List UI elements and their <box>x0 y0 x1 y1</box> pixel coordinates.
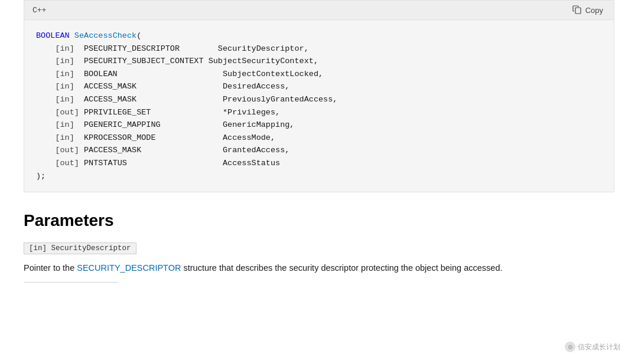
code-line-6: [in] ACCESS_MASK PreviouslyGrantedAccess… <box>36 93 602 106</box>
code-block-wrapper: C++ Copy BOOLEAN SeAccessCheck( [in] PSE… <box>24 0 614 192</box>
code-line-11: [out] PNTSTATUS AccessStatus <box>36 157 602 170</box>
section-divider <box>24 282 118 283</box>
security-descriptor-link[interactable]: SECURITY_DESCRIPTOR <box>77 263 181 273</box>
code-line-5: [in] ACCESS_MASK DesiredAccess, <box>36 80 602 93</box>
watermark-text: 信安成长计划 <box>578 342 620 352</box>
code-line-1: BOOLEAN SeAccessCheck( <box>36 29 602 42</box>
code-language-label: C++ <box>32 6 46 15</box>
parameters-section: Parameters [in] SecurityDescriptor Point… <box>24 211 614 294</box>
code-line-4: [in] BOOLEAN SubjectContextLocked, <box>36 68 602 81</box>
code-line-9: [in] KPROCESSOR_MODE AccessMode, <box>36 132 602 145</box>
description-after-link: structure that describes the security de… <box>181 263 502 273</box>
param-tag: [in] SecurityDescriptor <box>24 242 136 254</box>
code-line-10: [out] PACCESS_MASK GrantedAccess, <box>36 144 602 157</box>
function-name: SeAccessCheck <box>74 31 136 40</box>
svg-rect-0 <box>575 8 581 14</box>
keyword-boolean: BOOLEAN <box>36 31 70 40</box>
watermark-icon: ⚙ <box>565 342 575 352</box>
description-before-link: Pointer to the <box>24 263 77 273</box>
code-content: BOOLEAN SeAccessCheck( [in] PSECURITY_DE… <box>24 20 614 192</box>
page-container: C++ Copy BOOLEAN SeAccessCheck( [in] PSE… <box>0 0 638 294</box>
copy-label: Copy <box>585 6 603 15</box>
copy-icon <box>572 5 582 15</box>
code-block-header: C++ Copy <box>24 1 614 20</box>
watermark: ⚙ 信安成长计划 <box>565 342 620 352</box>
param-description: Pointer to the SECURITY_DESCRIPTOR struc… <box>24 261 614 275</box>
parameters-heading: Parameters <box>24 211 614 230</box>
code-line-12: ); <box>36 170 602 183</box>
code-line-7: [out] PPRIVILEGE_SET *Privileges, <box>36 106 602 119</box>
code-line-2: [in] PSECURITY_DESCRIPTOR SecurityDescri… <box>36 42 602 55</box>
copy-button[interactable]: Copy <box>570 4 606 16</box>
code-line-8: [in] PGENERIC_MAPPING GenericMapping, <box>36 119 602 132</box>
code-line-3: [in] PSECURITY_SUBJECT_CONTEXT SubjectSe… <box>36 55 602 68</box>
